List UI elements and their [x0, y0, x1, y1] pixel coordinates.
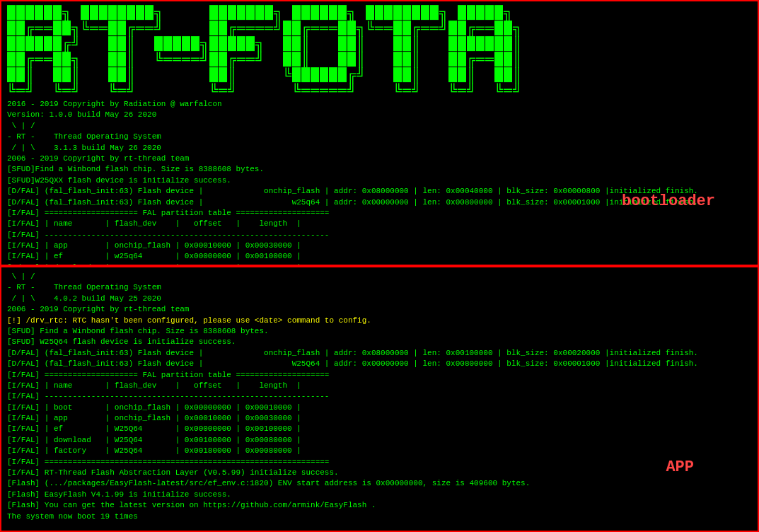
rt-lines-top: \ | / - RT - Thread Operating System / |…	[7, 121, 752, 165]
log-bottom: [SFUD] Find a Winbond flash chip. Size i…	[7, 326, 752, 522]
ascii-logo-top: ██████╗ ████████╗ ███████╗ ██████╗ █████…	[7, 6, 752, 99]
bootloader-label: bootloader	[622, 192, 715, 210]
main-container: ██████╗ ████████╗ ███████╗ ██████╗ █████…	[0, 0, 759, 532]
copyright-top: 2016 - 2019 Copyright by Radiation @ war…	[7, 99, 752, 121]
app-panel: \ | / - RT - Thread Operating System / |…	[0, 266, 759, 532]
rt-lines-bottom: \ | / - RT - Thread Operating System / |…	[7, 272, 752, 316]
warning-line: [!] /drv_rtc: RTC hasn't been configured…	[7, 316, 752, 326]
bootloader-panel: ██████╗ ████████╗ ███████╗ ██████╗ █████…	[0, 0, 759, 266]
app-label: APP	[666, 458, 694, 476]
log-top: [SFUD]Find a Winbond flash chip. Size is…	[7, 164, 752, 266]
